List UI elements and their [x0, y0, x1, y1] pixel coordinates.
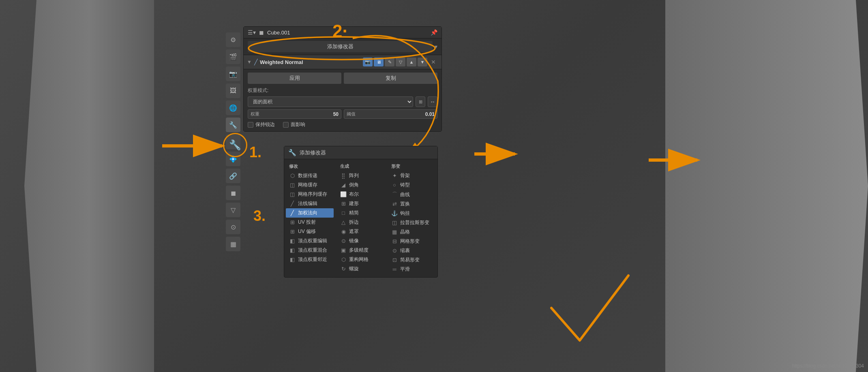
panel-pin-icon[interactable]: 📌 [431, 29, 437, 36]
lattice-label: 晶格 [400, 229, 410, 235]
modifier-viewport-btn[interactable]: 🖥 [374, 58, 384, 66]
face-area-row: 面的面积 ⊞ ↔ [248, 96, 437, 107]
edge-split-label: 拆边 [349, 219, 359, 226]
dropdown-item-uv-warp[interactable]: ⊞ UV 偏移 [286, 227, 334, 236]
dropdown-item-uv-project[interactable]: ⊞ UV 投射 [286, 218, 334, 227]
generate-column: 生成 ⣿ 阵列 ◢ 倒角 ⬜ 布尔 ⊞ 建形 □ 精简 △ [335, 162, 386, 274]
dropdown-item-armature[interactable]: ✦ 骨架 [388, 171, 436, 180]
dropdown-item-weighted-normal[interactable]: ╱ 加权法向 [286, 208, 334, 218]
modifier-extra-btn[interactable]: ▽ [396, 58, 405, 66]
sidebar-icon-scene[interactable]: 🎬 [226, 49, 240, 64]
dropdown-title: 添加修改器 [300, 149, 326, 156]
dropdown-item-smooth[interactable]: ═ 平滑 [388, 265, 436, 274]
armature-label: 骨架 [400, 172, 410, 179]
array-icon: ⣿ [340, 173, 347, 179]
dropdown-item-displace[interactable]: ⇄ 置换 [388, 199, 436, 209]
dropdown-item-lattice[interactable]: ▦ 晶格 [388, 227, 436, 237]
bevel-icon: ◢ [340, 182, 347, 188]
properties-panel: ☰▾ ◼ Cube.001 📌 添加修改器 ▾ ▼ ╱ Weighted Nor… [243, 26, 442, 132]
modifier-collapse-toggle[interactable]: ▼ [247, 59, 252, 65]
dropdown-item-cast[interactable]: ○ 铸型 [388, 180, 436, 190]
generate-column-header: 生成 [337, 162, 385, 171]
apply-button[interactable]: 应用 [248, 73, 341, 84]
modifier-name: Weighted Normal [260, 59, 360, 65]
mesh-seq-cache-label: 网格序列缓存 [298, 191, 327, 198]
dropdown-item-mirror[interactable]: ⊙ 镜像 [337, 236, 385, 246]
dropdown-item-array[interactable]: ⣿ 阵列 [337, 171, 385, 180]
lattice-icon: ▦ [391, 229, 398, 235]
dropdown-item-data-transfer[interactable]: ⬡ 数据传递 [286, 171, 334, 180]
sidebar-icon-render[interactable]: 📷 [226, 66, 240, 81]
dropdown-item-simple-deform[interactable]: ⊡ 简易形变 [388, 255, 436, 265]
dropdown-item-mesh-seq-cache[interactable]: ◫ 网格序列缓存 [286, 190, 334, 199]
duplicate-button[interactable]: 复制 [344, 73, 437, 84]
dropdown-item-edge-split[interactable]: △ 拆边 [337, 218, 385, 227]
dropdown-item-screw[interactable]: ↻ 螺旋 [337, 264, 385, 274]
armature-icon: ✦ [391, 173, 398, 179]
dropdown-item-vw-proximity[interactable]: ◧ 顶点权重邻近 [286, 255, 334, 264]
deform-column: 形变 ✦ 骨架 ○ 铸型 ⌒ 曲线 ⇄ 置换 ⚓ 钩挂 ◫ [386, 162, 437, 274]
sidebar-icon-render2[interactable]: ▦ [226, 237, 240, 251]
modifier-edit-btn[interactable]: ✎ [385, 58, 394, 66]
dropdown-item-mesh-deform[interactable]: ⊟ 网格形变 [388, 237, 436, 246]
face-influence-checkbox[interactable] [283, 122, 289, 128]
modify-column-header: 修改 [286, 162, 334, 171]
sidebar-icon-view[interactable]: 🌐 [226, 100, 240, 115]
modifier-type-icon: ╱ [254, 59, 257, 65]
smooth-label: 平滑 [400, 266, 410, 273]
modifier-body: 应用 复制 权重模式: 面的面积 ⊞ ↔ 权重 50 阈值 0.01 [244, 69, 442, 131]
modifier-close-btn[interactable]: ✕ [429, 58, 438, 66]
add-modifier-button[interactable]: 添加修改器 [248, 41, 433, 52]
panel-menu-icon[interactable]: ☰▾ [248, 29, 256, 36]
build-icon: ⊞ [340, 201, 347, 207]
sidebar-icon-data[interactable]: ▽ [226, 203, 240, 217]
weighted-normal-icon: ╱ [289, 210, 296, 216]
dropdown-item-mesh-cache[interactable]: ◫ 网格缓存 [286, 180, 334, 190]
mesh-cache-icon: ◫ [289, 182, 296, 188]
sidebar-icon-object[interactable]: ◼ [226, 186, 240, 200]
weight-value: 50 [333, 111, 339, 117]
curve-icon: ⌒ [391, 191, 398, 198]
modifier-up-btn[interactable]: ▲ [407, 58, 416, 66]
modifier-render-btn[interactable]: 📷 [363, 58, 373, 66]
dropdown-header: 🔧 添加修改器 [284, 146, 437, 159]
data-transfer-icon: ⬡ [289, 173, 296, 179]
dropdown-item-normal-edit[interactable]: ╱ 法线编辑 [286, 199, 334, 208]
dropdown-item-bevel[interactable]: ◢ 倒角 [337, 180, 385, 190]
dropdown-item-curve[interactable]: ⌒ 曲线 [388, 190, 436, 199]
dropdown-item-boolean[interactable]: ⬜ 布尔 [337, 190, 385, 199]
build-label: 建形 [349, 200, 359, 207]
dropdown-item-vw-mix[interactable]: ◧ 顶点权重混合 [286, 246, 334, 255]
dropdown-item-decimate[interactable]: □ 精简 [337, 208, 385, 218]
dropdown-item-shrinkwrap[interactable]: ⊙ 缩裹 [388, 246, 436, 255]
dropdown-item-mask[interactable]: ◉ 遮罩 [337, 227, 385, 236]
displace-label: 置换 [400, 201, 410, 207]
weight-threshold-row: 权重 50 阈值 0.01 [248, 109, 437, 119]
decimate-icon: □ [340, 210, 347, 216]
sidebar-icon-constraints[interactable]: 🔗 [226, 169, 240, 183]
keep-sharp-checkbox[interactable] [248, 122, 253, 128]
dropdown-item-vw-edit[interactable]: ◧ 顶点权重编辑 [286, 236, 334, 246]
modifier-tab-arrow[interactable]: ▾ [435, 43, 437, 50]
weight-mode-grid-btn[interactable]: ⊞ [416, 96, 425, 107]
dropdown-item-build[interactable]: ⊞ 建形 [337, 199, 385, 208]
threshold-field[interactable]: 阈值 0.01 [344, 109, 437, 119]
sidebar-icon-tools[interactable]: ⚙ [226, 32, 240, 47]
sidebar-icon-modifier[interactable]: 🔧 [226, 118, 240, 132]
sidebar-icon-output[interactable]: 🖼 [226, 83, 240, 98]
weight-mode-label: 权重模式: [248, 87, 437, 94]
weight-field[interactable]: 权重 50 [248, 109, 341, 119]
dropdown-item-multires[interactable]: ▣ 多级精度 [337, 246, 385, 255]
modifier-down-btn[interactable]: ▼ [418, 58, 427, 66]
boolean-icon: ⬜ [340, 191, 347, 197]
weight-mode-select[interactable]: 面的面积 [248, 96, 413, 107]
modifier-item-weighted-normal: ▼ ╱ Weighted Normal 📷 🖥 ✎ ▽ ▲ ▼ ✕ 应用 复制 … [244, 55, 442, 131]
modifier-item-header: ▼ ╱ Weighted Normal 📷 🖥 ✎ ▽ ▲ ▼ ✕ [244, 55, 442, 69]
dropdown-item-laplacian[interactable]: ◫ 拉普拉斯形变 [388, 218, 436, 227]
dropdown-item-hook[interactable]: ⚓ 钩挂 [388, 209, 436, 218]
weight-mode-swap-btn[interactable]: ↔ [428, 96, 437, 107]
sidebar-icon-material[interactable]: ⊙ [226, 220, 240, 234]
dropdown-item-remesh[interactable]: ⬡ 重构网格 [337, 255, 385, 264]
laplacian-label: 拉普拉斯形变 [400, 219, 429, 226]
panel-title: Cube.001 [267, 30, 427, 36]
